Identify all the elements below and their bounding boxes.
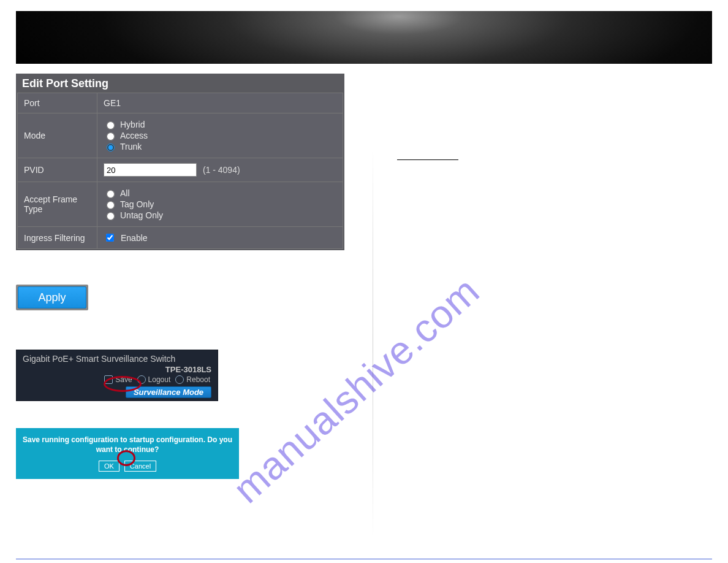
apply-button-frame: Apply	[16, 285, 88, 310]
logout-icon	[137, 375, 146, 384]
pvid-hint: (1 - 4094)	[203, 165, 240, 175]
reboot-link-label: Reboot	[186, 375, 210, 384]
accept-tagonly-label: Tag Only	[120, 199, 154, 209]
bottom-rule	[16, 559, 712, 559]
decorative-underline	[397, 159, 458, 160]
mode-trunk-radio[interactable]	[107, 144, 115, 151]
mode-hybrid-radio[interactable]	[107, 121, 115, 129]
edit-port-setting-panel: Edit Port Setting Port GE1 Mode Hybrid	[16, 74, 344, 250]
switch-header-panel: Gigabit PoE+ Smart Surveillance Switch T…	[16, 350, 218, 401]
apply-button[interactable]: Apply	[18, 286, 86, 308]
ingress-enable-option[interactable]: Enable	[104, 232, 148, 243]
ingress-enable-checkbox[interactable]	[106, 234, 114, 242]
top-banner	[16, 11, 712, 64]
label-pvid: PVID	[18, 158, 97, 182]
row-pvid: PVID (1 - 4094)	[18, 158, 343, 182]
accept-untagonly-label: Untag Only	[120, 210, 163, 220]
switch-model: TPE-3018LS	[23, 365, 211, 374]
cancel-button[interactable]: Cancel	[124, 461, 156, 472]
row-mode: Mode Hybrid Access Trunk	[18, 113, 343, 158]
switch-title: Gigabit PoE+ Smart Surveillance Switch	[23, 354, 211, 364]
label-ingress: Ingress Filtering	[18, 227, 97, 249]
mode-access-radio[interactable]	[107, 132, 115, 140]
surveillance-mode-button[interactable]: Surveillance Mode	[126, 386, 211, 398]
watermark-text: manualshive.com	[224, 268, 488, 512]
reboot-link[interactable]: Reboot	[174, 375, 211, 384]
mode-access-label: Access	[120, 131, 148, 140]
confirm-dialog: Save running configuration to startup co…	[16, 428, 239, 479]
ok-button[interactable]: OK	[99, 461, 119, 472]
accept-untagonly-option[interactable]: Untag Only	[104, 210, 336, 220]
reboot-icon	[175, 375, 184, 384]
value-port: GE1	[97, 93, 343, 113]
save-link[interactable]: Save	[103, 375, 133, 384]
pvid-input[interactable]	[104, 163, 197, 177]
column-divider	[373, 147, 373, 540]
row-port: Port GE1	[18, 93, 343, 113]
row-accept-frame: Accept Frame Type All Tag Only Untag	[18, 182, 343, 227]
mode-trunk-option[interactable]: Trunk	[104, 142, 336, 151]
accept-all-radio[interactable]	[107, 190, 115, 198]
label-accept: Accept Frame Type	[18, 182, 97, 227]
row-ingress: Ingress Filtering Enable	[18, 227, 343, 249]
label-port: Port	[18, 93, 97, 113]
mode-access-option[interactable]: Access	[104, 131, 336, 140]
mode-hybrid-option[interactable]: Hybrid	[104, 120, 336, 129]
ingress-enable-label: Enable	[121, 233, 148, 243]
accept-all-option[interactable]: All	[104, 188, 336, 198]
panel-title: Edit Port Setting	[17, 75, 343, 93]
mode-hybrid-label: Hybrid	[120, 120, 145, 129]
edit-port-table: Port GE1 Mode Hybrid Access	[17, 93, 343, 249]
accept-tagonly-option[interactable]: Tag Only	[104, 199, 336, 209]
label-mode: Mode	[18, 113, 97, 158]
logout-link-label: Logout	[148, 375, 171, 384]
confirm-message: Save running configuration to startup co…	[22, 435, 233, 454]
mode-trunk-label: Trunk	[120, 142, 142, 151]
accept-untagonly-radio[interactable]	[107, 212, 115, 220]
accept-all-label: All	[120, 188, 130, 198]
save-link-label: Save	[115, 375, 132, 384]
logout-link[interactable]: Logout	[136, 375, 172, 384]
save-icon	[104, 375, 113, 384]
accept-tagonly-radio[interactable]	[107, 201, 115, 209]
